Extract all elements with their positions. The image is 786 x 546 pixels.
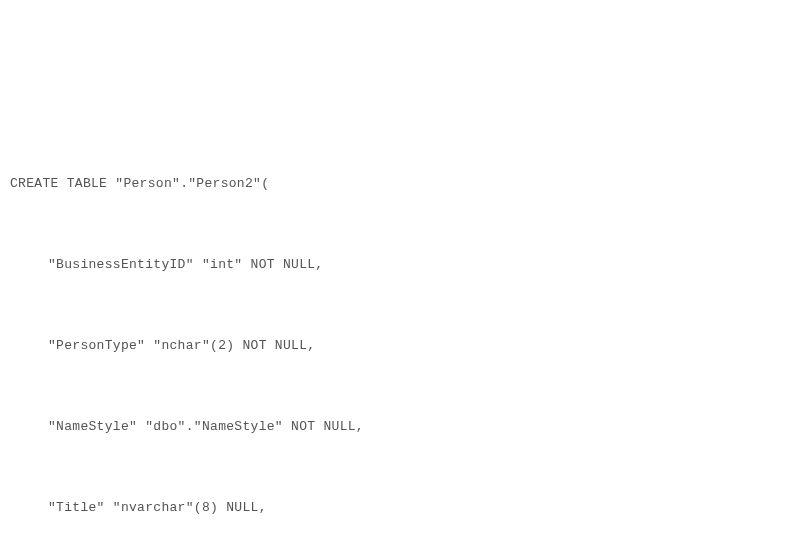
- code-line: "BusinessEntityID" "int" NOT NULL,: [10, 251, 786, 278]
- sql-code-block: CREATE TABLE "Person"."Person2"( "Busine…: [10, 116, 786, 546]
- code-line: "Title" "nvarchar"(8) NULL,: [10, 494, 786, 521]
- code-line: "PersonType" "nchar"(2) NOT NULL,: [10, 332, 786, 359]
- code-line: CREATE TABLE "Person"."Person2"(: [10, 170, 786, 197]
- code-line: "NameStyle" "dbo"."NameStyle" NOT NULL,: [10, 413, 786, 440]
